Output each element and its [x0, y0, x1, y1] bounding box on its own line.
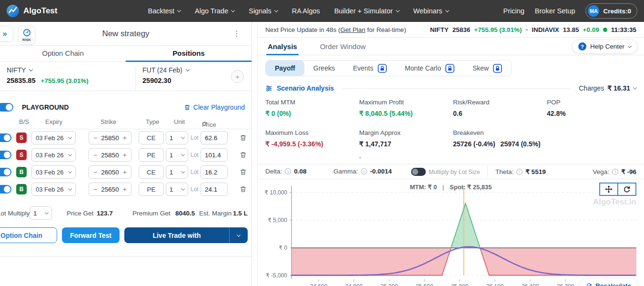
info-icon[interactable]: [361, 168, 367, 174]
price-input[interactable]: 62.6: [201, 131, 228, 144]
strategy-menu-icon[interactable]: [233, 29, 241, 38]
credits-pill[interactable]: MA Credits:0: [585, 3, 637, 19]
strike-decrement[interactable]: −: [93, 168, 97, 176]
reset-chart-button[interactable]: [617, 183, 636, 196]
expand-panel-button[interactable]: [0, 26, 13, 42]
tab-positions[interactable]: Positions: [126, 46, 252, 62]
spot-change: +755.95 (3.01%): [41, 77, 89, 84]
live-trade-menu-button[interactable]: [230, 234, 248, 237]
recalculate-button[interactable]: Recalculate: [580, 279, 637, 286]
future-select[interactable]: FUT (24 Feb): [142, 66, 189, 74]
expiry-select[interactable]: 03 Feb 26: [31, 131, 76, 144]
tab-order-window[interactable]: Order Window: [319, 42, 367, 55]
strike-decrement[interactable]: −: [93, 151, 97, 159]
nav-broker-setup[interactable]: Broker Setup: [535, 7, 575, 15]
svg-text:26,700: 26,700: [557, 283, 574, 286]
tab-analysis[interactable]: Analysis: [266, 42, 299, 55]
multiply-lot-size-toggle[interactable]: [411, 168, 426, 176]
position-toggle[interactable]: [0, 151, 11, 159]
option-type[interactable]: PE: [139, 183, 164, 196]
brand-name[interactable]: AlgoTest: [23, 6, 57, 16]
add-instrument-button[interactable]: [231, 70, 244, 83]
payoff-tab-skew[interactable]: Skew: [463, 61, 511, 76]
position-toggle[interactable]: [0, 185, 11, 194]
unit-select[interactable]: 1: [166, 148, 188, 162]
forward-test-button[interactable]: Forward Test: [62, 227, 120, 243]
nav-item-webinars[interactable]: Webinars: [413, 7, 449, 15]
delete-position-button[interactable]: [240, 151, 247, 159]
live-status-icon: [603, 28, 607, 32]
position-row: B 03 Feb 26 −26050+ CE 1 Lot 16.2: [0, 163, 252, 181]
strike-stepper[interactable]: −25850+: [89, 148, 131, 162]
price-input[interactable]: 16.2: [201, 165, 228, 179]
strike-stepper[interactable]: −26050+: [89, 165, 131, 179]
strike-decrement[interactable]: −: [93, 185, 97, 193]
strike-increment[interactable]: +: [123, 151, 127, 159]
symbol-name: NIFTY: [7, 66, 26, 74]
delete-position-button[interactable]: [240, 185, 247, 193]
scenario-analysis-bar: Scenario Analysis Charges ₹ 16.31: [265, 83, 636, 93]
position-toggle[interactable]: [0, 168, 11, 176]
algotest-logo-icon[interactable]: [7, 5, 19, 17]
strike-increment[interactable]: +: [123, 185, 127, 193]
option-type[interactable]: CE: [139, 165, 164, 179]
svg-text:24,600: 24,600: [310, 283, 328, 286]
payoff-tab-payoff[interactable]: Payoff: [266, 61, 304, 76]
position-toggle[interactable]: [0, 133, 11, 142]
info-icon[interactable]: [285, 168, 291, 174]
price-input[interactable]: 24.1: [201, 183, 228, 196]
strategy-actions: Option Chain Forward Test Live Trade wit…: [0, 227, 252, 244]
refresh-price-icon[interactable]: [202, 121, 208, 127]
info-icon[interactable]: [516, 169, 523, 175]
help-center-button[interactable]: Help Center: [572, 40, 637, 53]
get-plan-link[interactable]: Get Plan: [341, 26, 366, 33]
strike-increment[interactable]: +: [123, 168, 127, 176]
live-trade-button[interactable]: Live Trade with: [124, 227, 248, 243]
lot-multiply-select[interactable]: 1: [30, 206, 52, 220]
strike-decrement[interactable]: −: [93, 134, 97, 142]
symbol-select[interactable]: NIFTY: [7, 66, 135, 74]
unit-select[interactable]: 1: [166, 183, 188, 196]
delta-label: Delta:: [265, 168, 282, 175]
strategy-panel: RISK New strategy Option Chain Positions…: [0, 22, 252, 286]
nav-item-builder-simulator[interactable]: Builder + Simulator: [334, 7, 399, 15]
expiry-select[interactable]: 03 Feb 26: [31, 148, 76, 162]
nav-item-signals[interactable]: Signals: [249, 7, 278, 15]
payoff-tab-monte-carlo[interactable]: Monte Carlo: [396, 61, 463, 76]
nav-item-backtest[interactable]: Backtest: [148, 7, 181, 15]
buy-sell-badge[interactable]: B: [16, 184, 27, 194]
payoff-tab-events[interactable]: Events: [344, 61, 396, 76]
unit-select[interactable]: 1: [166, 131, 188, 144]
option-type[interactable]: PE: [139, 148, 164, 162]
tab-option-chain[interactable]: Option Chain: [0, 46, 126, 62]
price-input[interactable]: 101.4: [201, 148, 228, 162]
charges-dropdown[interactable]: Charges ₹ 16.31: [579, 84, 636, 92]
scenario-analysis-link[interactable]: Scenario Analysis: [277, 84, 334, 92]
chevron-down-icon: [445, 8, 449, 12]
expiry-select[interactable]: 03 Feb 26: [31, 165, 76, 179]
sliders-icon: [265, 85, 272, 92]
buy-sell-badge[interactable]: S: [16, 150, 27, 160]
pan-chart-button[interactable]: [599, 183, 618, 196]
option-chain-button[interactable]: Option Chain: [0, 227, 57, 243]
nav-item-algo-trade[interactable]: Algo Trade: [195, 7, 234, 15]
unit-select[interactable]: 1: [166, 165, 188, 179]
buy-sell-badge[interactable]: S: [16, 133, 27, 143]
info-icon[interactable]: [612, 169, 618, 175]
nav-item-ra-algos[interactable]: RA Algos: [292, 7, 320, 15]
buy-sell-badge[interactable]: B: [16, 167, 27, 177]
delete-position-button[interactable]: [240, 134, 247, 142]
payoff-tab-greeks[interactable]: Greeks: [304, 61, 344, 76]
gamma-label: Gamma:: [333, 168, 358, 175]
option-type[interactable]: CE: [139, 131, 164, 144]
strike-stepper[interactable]: −25650+: [89, 183, 131, 196]
delete-position-button[interactable]: [240, 168, 247, 176]
playground-toggle[interactable]: [0, 103, 13, 112]
nav-pricing[interactable]: Pricing: [503, 7, 524, 15]
strike-increment[interactable]: +: [123, 134, 127, 142]
payoff-chart-canvas[interactable]: ₹ 10,000₹ 5,000₹ 0₹ -5,00024,60024,90025…: [258, 180, 644, 286]
clear-playground-button[interactable]: Clear Playground: [184, 103, 245, 111]
expiry-select[interactable]: 03 Feb 26: [31, 183, 76, 196]
strike-stepper[interactable]: −25850+: [89, 131, 131, 144]
risk-button[interactable]: RISK: [18, 26, 35, 45]
